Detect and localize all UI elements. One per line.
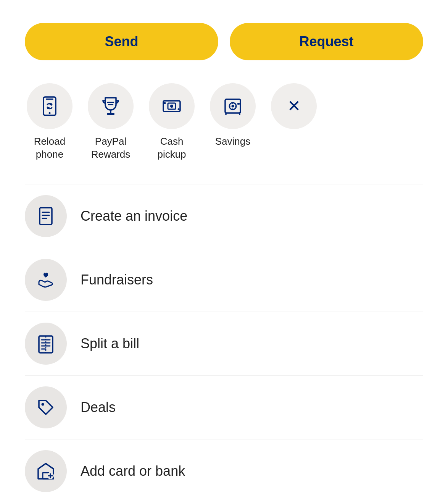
cash-pickup-circle [149,83,195,129]
quick-action-close[interactable]: ✕ [269,83,319,135]
add-card-icon [36,461,56,481]
fundraisers-circle [25,259,67,301]
invoice-icon [36,206,56,226]
svg-point-12 [164,102,166,104]
create-invoice-label: Create an invoice [81,208,187,224]
menu-item-fundraisers[interactable]: Fundraisers [25,248,423,312]
svg-rect-23 [237,103,240,105]
menu-list: Create an invoice Fundraisers [25,184,423,504]
svg-rect-1 [46,99,53,100]
savings-icon [222,95,243,117]
invoice-circle [25,195,67,237]
reload-phone-icon [39,95,60,117]
deals-label: Deals [81,399,116,415]
menu-item-create-invoice[interactable]: Create an invoice [25,184,423,248]
quick-actions-row: Reloadphone PayPalRewards [25,83,423,161]
svg-rect-6 [107,113,114,115]
cash-pickup-icon [161,95,182,117]
fundraisers-label: Fundraisers [81,272,153,288]
close-circle: ✕ [271,83,317,129]
reload-phone-label: Reloadphone [34,135,65,161]
close-icon: ✕ [287,98,301,114]
trophy-icon [100,95,121,117]
split-bill-circle [25,323,67,365]
svg-point-2 [49,112,51,114]
quick-action-paypal-rewards[interactable]: PayPalRewards [86,83,135,161]
split-bill-icon [36,334,56,354]
paypal-rewards-label: PayPalRewards [91,135,131,161]
menu-item-deals[interactable]: Deals [25,376,423,439]
savings-circle [210,83,256,129]
reload-phone-circle [27,83,73,129]
request-button[interactable]: Request [230,23,423,60]
deals-icon [36,397,56,417]
svg-rect-24 [40,208,52,225]
svg-point-11 [170,105,173,108]
main-container: Send Request Reloadphone [0,0,448,504]
add-card-circle [25,450,67,492]
menu-item-split-bill[interactable]: Split a bill [25,312,423,376]
menu-item-add-card-bank[interactable]: Add card or bank [25,439,423,503]
svg-point-16 [232,105,234,108]
cash-pickup-label: Cashpickup [157,135,186,161]
send-button[interactable]: Send [25,23,218,60]
quick-action-reload-phone[interactable]: Reloadphone [25,83,74,161]
svg-point-13 [178,108,180,110]
quick-action-cash-pickup[interactable]: Cashpickup [147,83,197,161]
split-bill-label: Split a bill [81,336,139,352]
savings-label: Savings [215,135,251,148]
add-card-bank-label: Add card or bank [81,463,185,479]
rewards-circle [88,83,134,129]
action-button-row: Send Request [25,23,423,60]
fundraisers-icon [36,270,56,290]
quick-action-savings[interactable]: Savings [208,83,258,148]
svg-point-34 [42,403,44,405]
deals-circle [25,386,67,428]
